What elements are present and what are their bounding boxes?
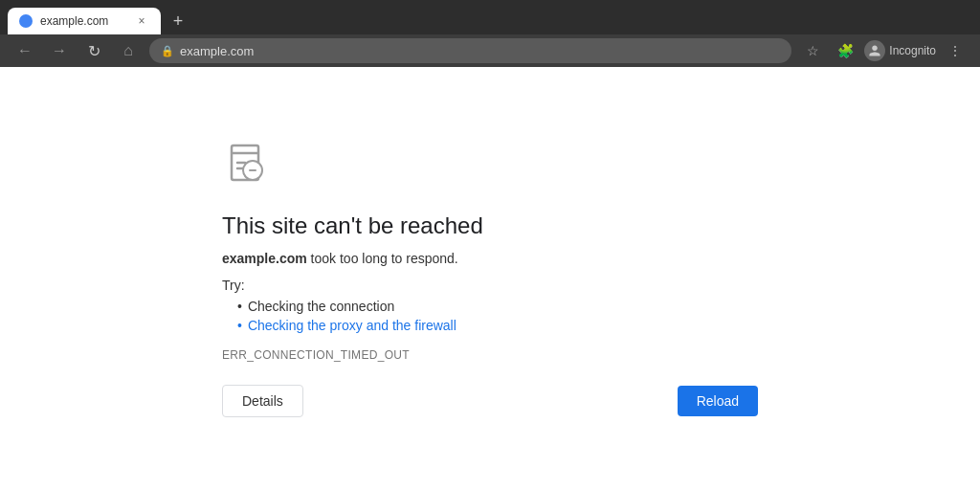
bookmark-icon[interactable]: ☆	[799, 37, 826, 64]
error-description-suffix: took too long to respond.	[307, 251, 458, 266]
address-text: example.com	[180, 44, 254, 58]
error-try-label: Try:	[222, 278, 758, 293]
incognito-label: Incognito	[889, 44, 936, 57]
error-code: ERR_CONNECTION_TIMED_OUT	[222, 348, 758, 362]
refresh-button[interactable]: ↻	[80, 37, 107, 64]
browser-chrome: example.com × + ← → ↻ ⌂ 🔒 example.com ☆ …	[0, 0, 980, 67]
error-actions: Details Reload	[222, 385, 758, 417]
tab-close-icon[interactable]: ×	[134, 13, 149, 29]
tab-favicon	[19, 14, 33, 28]
error-suggestions-list: Checking the connection Checking the pro…	[237, 299, 758, 333]
lock-icon: 🔒	[161, 45, 174, 57]
error-description: example.com took too long to respond.	[222, 251, 758, 266]
error-domain: example.com	[222, 251, 307, 266]
new-tab-button[interactable]: +	[165, 8, 191, 34]
forward-button[interactable]: →	[46, 37, 73, 64]
suggestion-proxy-text: Checking the proxy and the firewall	[248, 318, 457, 333]
address-bar[interactable]: 🔒 example.com	[149, 38, 791, 63]
suggestion-connection: Checking the connection	[237, 299, 758, 314]
browser-toolbar: ← → ↻ ⌂ 🔒 example.com ☆ 🧩 Incognito ⋮	[0, 34, 980, 67]
suggestion-connection-text: Checking the connection	[248, 299, 394, 314]
error-icon	[222, 140, 758, 189]
page-content: This site can't be reached example.com t…	[0, 67, 980, 490]
menu-icon[interactable]: ⋮	[942, 37, 969, 64]
extensions-icon[interactable]: 🧩	[832, 37, 858, 64]
incognito-avatar	[864, 40, 885, 61]
back-button[interactable]: ←	[11, 37, 38, 64]
toolbar-right: ☆ 🧩 Incognito ⋮	[799, 37, 969, 64]
tab-bar: example.com × +	[0, 0, 980, 34]
incognito-area: Incognito	[864, 40, 936, 61]
details-button[interactable]: Details	[222, 385, 303, 417]
tab-title: example.com	[40, 14, 126, 28]
reload-button[interactable]: Reload	[678, 386, 758, 416]
error-container: This site can't be reached example.com t…	[222, 140, 758, 417]
suggestion-proxy[interactable]: Checking the proxy and the firewall	[237, 318, 758, 333]
error-title: This site can't be reached	[222, 212, 758, 239]
home-button[interactable]: ⌂	[115, 37, 142, 64]
browser-tab[interactable]: example.com ×	[8, 8, 161, 34]
